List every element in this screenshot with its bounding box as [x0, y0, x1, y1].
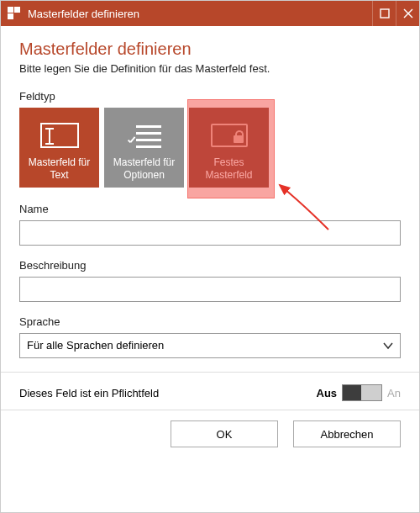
language-label: Sprache [19, 315, 401, 328]
fieldtype-option-options[interactable]: Masterfeld für Optionen [104, 108, 184, 188]
titlebar: Masterfelder definieren [1, 1, 419, 26]
fieldtype-option-label: Festes Masterfeld [192, 156, 265, 181]
fieldtype-option-label: Masterfeld für Text [23, 156, 96, 181]
fieldtype-option-text[interactable]: Masterfeld für Text [19, 108, 99, 188]
fieldtype-option-fixed[interactable]: Festes Masterfeld [189, 108, 269, 188]
name-group: Name [19, 203, 401, 246]
ok-button[interactable]: OK [171, 420, 278, 447]
locked-field-icon [211, 124, 248, 147]
cancel-button[interactable]: Abbrechen [293, 420, 401, 447]
fieldtype-option-label: Masterfeld für Optionen [108, 156, 181, 181]
description-group: Beschreibung [19, 259, 401, 302]
close-button[interactable] [396, 1, 419, 26]
mandatory-state-on: An [387, 387, 401, 399]
options-list-icon [128, 124, 161, 147]
close-icon [403, 8, 413, 19]
window-min-icon [380, 8, 390, 19]
dialog-footer: OK Abbrechen [1, 410, 419, 459]
fieldtype-group: Masterfeld für Text Masterfeld für Optio… [19, 108, 401, 188]
name-input[interactable] [19, 220, 401, 246]
svg-rect-0 [381, 9, 389, 18]
divider [1, 372, 419, 373]
description-label: Beschreibung [19, 259, 401, 272]
fieldtype-label: Feldtyp [19, 90, 401, 103]
dialog-content: Masterfelder definieren Bitte legen Sie … [1, 26, 419, 410]
dialog-subheading: Bitte legen Sie die Definition für das M… [19, 62, 401, 75]
mandatory-state-off: Aus [317, 387, 338, 399]
name-label: Name [19, 203, 401, 215]
description-input[interactable] [19, 277, 401, 302]
window-title: Masterfelder definieren [28, 8, 372, 20]
language-select[interactable]: Für alle Sprachen definieren [19, 333, 401, 358]
text-field-icon [40, 123, 79, 148]
app-icon [8, 7, 21, 20]
mandatory-label: Dieses Feld ist ein Pflichtfeld [19, 387, 317, 399]
dialog-heading: Masterfelder definieren [19, 40, 401, 59]
mandatory-toggle[interactable] [342, 384, 382, 401]
minimize-button[interactable] [372, 1, 396, 26]
language-group: Sprache Für alle Sprachen definieren [19, 315, 401, 358]
mandatory-row: Dieses Feld ist ein Pflichtfeld Aus An [19, 384, 401, 410]
